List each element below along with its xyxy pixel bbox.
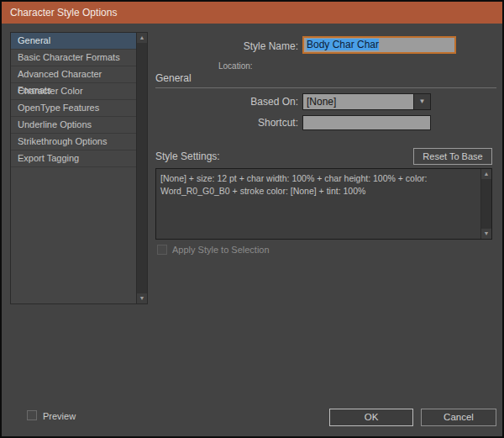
sidebar-item-general[interactable]: General [11,33,136,50]
sidebar-item-strikethrough-options[interactable]: Strikethrough Options [11,134,136,150]
based-on-label: Based On: [155,96,298,108]
category-list-items: General Basic Character Formats Advanced… [11,33,136,303]
sidebar-item-character-color[interactable]: Character Color [11,83,136,100]
style-settings-box: [None] + size: 12 pt + char width: 100% … [155,168,492,240]
style-settings-text: [None] + size: 12 pt + char width: 100% … [156,169,480,239]
sidebar-item-opentype-features[interactable]: OpenType Features [11,100,136,117]
scroll-down-icon[interactable]: ▼ [137,293,147,303]
shortcut-input[interactable] [302,115,431,130]
dialog-title: Character Style Options [10,7,117,18]
category-list: General Basic Character Formats Advanced… [10,32,148,304]
sidebar-scrollbar[interactable]: ▲ ▼ [136,33,147,303]
character-style-options-dialog: Character Style Options General Basic Ch… [0,0,504,438]
scroll-up-icon[interactable]: ▲ [481,169,491,179]
style-name-selected-text: Body Char Char [307,39,379,50]
apply-style-label: Apply Style to Selection [172,245,270,255]
based-on-value: [None] [307,94,412,109]
sidebar-item-basic-character-formats[interactable]: Basic Character Formats [11,50,136,66]
cancel-button[interactable]: Cancel [421,409,496,426]
chevron-down-icon[interactable]: ▼ [413,94,430,109]
sidebar-item-export-tagging[interactable]: Export Tagging [11,150,136,167]
style-name-input[interactable]: Body Char Char [302,36,456,54]
section-divider [155,87,496,88]
style-settings-label: Style Settings: [155,150,220,162]
scroll-down-icon[interactable]: ▼ [481,229,491,239]
style-name-label: Style Name: [155,40,298,52]
based-on-dropdown[interactable]: [None] ▼ [302,93,431,110]
apply-style-checkbox[interactable] [157,245,167,255]
preview-checkbox[interactable] [27,410,37,420]
reset-to-base-button[interactable]: Reset To Base [413,148,492,165]
preview-label: Preview [43,411,76,421]
sidebar-item-underline-options[interactable]: Underline Options [11,117,136,134]
sidebar-item-advanced-character-formats[interactable]: Advanced Character Formats [11,66,136,83]
shortcut-label: Shortcut: [155,117,298,129]
section-heading: General [155,72,192,84]
scroll-up-icon[interactable]: ▲ [137,33,147,43]
ok-button[interactable]: OK [329,409,413,426]
location-label: Location: [218,61,253,71]
settings-scrollbar[interactable]: ▲ ▼ [480,169,491,239]
dialog-titlebar[interactable]: Character Style Options [2,2,502,24]
